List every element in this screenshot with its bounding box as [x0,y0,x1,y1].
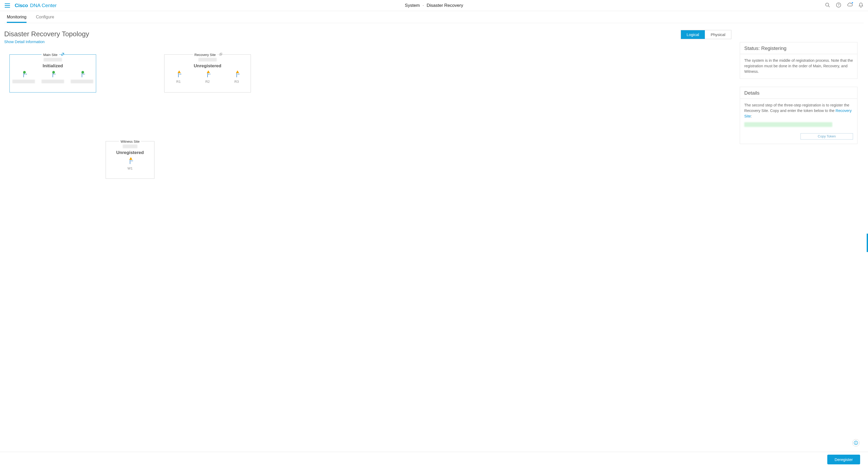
status-warn-icon [236,70,239,73]
status-ok-icon [52,71,55,74]
status-panel: Status: Registering The system is in the… [740,42,858,79]
details-panel: Details The second step of the three-ste… [740,87,858,144]
main-node-1-label-redacted [12,80,35,83]
main-node-3-label-redacted [71,80,93,83]
site-recovery[interactable]: Recovery Site Unregistered R1 R2 [164,54,251,92]
external-link-icon[interactable] [61,53,64,56]
site-witness-status: Unregistered [106,150,154,155]
page-title: Disaster Recovery Topology [4,30,89,38]
witness-node-1[interactable]: W1 [127,159,133,170]
menu-icon[interactable] [5,3,10,8]
svg-point-0 [826,3,829,6]
bell-icon[interactable] [859,2,863,8]
status-ok-icon [23,71,26,74]
breadcrumb-page: Disaster Recovery [427,3,463,8]
site-witness[interactable]: Witness Site Unregistered W1 [105,141,154,179]
notification-dot [851,2,853,4]
breadcrumb: System · Disaster Recovery [405,3,463,8]
site-recovery-status: Unregistered [164,63,251,68]
site-recovery-label: Recovery Site [193,53,217,57]
token-redacted [744,122,832,127]
info-icon[interactable] [852,439,860,446]
tab-bar: Monitoring Configure [4,11,864,23]
status-panel-title: Status: Registering [740,42,857,54]
site-witness-label: Witness Site [119,140,141,144]
recovery-node-1[interactable]: R1 [176,73,181,84]
device-icon [178,72,179,77]
recovery-node-3[interactable]: R3 [234,73,239,84]
main-column: Disaster Recovery Topology Show Detail I… [4,27,734,196]
details-panel-body: The second step of the three-step regist… [740,99,857,144]
status-ok-icon [82,71,84,74]
side-column: Status: Registering The system is in the… [740,27,864,196]
device-icon [130,159,130,164]
content: Disaster Recovery Topology Show Detail I… [2,23,866,196]
details-text-post: : [751,114,752,118]
status-panel-body: The system is in the middle of registrat… [740,54,857,79]
details-text-pre: The second step of the three-step regist… [744,103,849,113]
recovery-node-3-label: R3 [234,80,239,84]
device-icon [237,72,237,77]
details-panel-title: Details [740,87,857,99]
copy-token-button[interactable]: Copy Token [801,133,853,140]
search-icon[interactable] [825,2,830,8]
breadcrumb-sep: · [423,3,424,8]
tab-configure[interactable]: Configure [36,11,54,23]
main-node-3[interactable] [71,73,93,84]
brand-product: DNA Center [30,3,57,8]
main-node-1[interactable] [12,73,35,84]
tab-monitoring[interactable]: Monitoring [7,11,27,23]
breadcrumb-section: System [405,3,420,8]
recovery-node-2-label: R2 [206,80,210,84]
copy-icon[interactable] [219,53,222,56]
device-icon [207,72,208,77]
site-main[interactable]: Main Site Initialized [9,54,96,92]
site-main-label: Main Site [41,53,59,57]
cloud-icon[interactable] [847,2,853,8]
witness-node-1-label: W1 [127,166,133,170]
brand-cisco: Cisco [15,3,28,8]
status-warn-icon [129,157,132,160]
recovery-node-1-label: R1 [176,80,181,84]
status-warn-icon [178,70,181,73]
brand[interactable]: Cisco DNA Center [15,3,57,8]
svg-point-6 [856,442,856,442]
main-node-2-label-redacted [41,80,64,83]
site-main-status: Initialized [10,63,96,68]
site-recovery-ip-redacted [198,58,217,61]
header-icons: ? [825,2,863,8]
topology-area: Main Site Initialized [4,54,734,196]
main-node-2[interactable] [41,73,64,84]
help-icon[interactable]: ? [836,2,841,8]
status-warn-icon [207,70,210,73]
recovery-node-2[interactable]: R2 [206,73,210,84]
svg-rect-7 [856,443,856,444]
site-main-ip-redacted [43,58,62,61]
footer: Deregister [0,452,868,467]
app-header: Cisco DNA Center System · Disaster Recov… [0,0,868,11]
show-detail-link[interactable]: Show Detail Information [4,40,45,44]
toggle-physical[interactable]: Physical [705,30,731,39]
site-witness-ip-redacted [123,145,137,148]
svg-text:?: ? [838,3,840,7]
view-toggle: Logical Physical [681,30,732,39]
toggle-logical[interactable]: Logical [681,30,705,39]
deregister-button[interactable]: Deregister [827,455,860,464]
side-drawer-handle[interactable] [867,234,868,252]
